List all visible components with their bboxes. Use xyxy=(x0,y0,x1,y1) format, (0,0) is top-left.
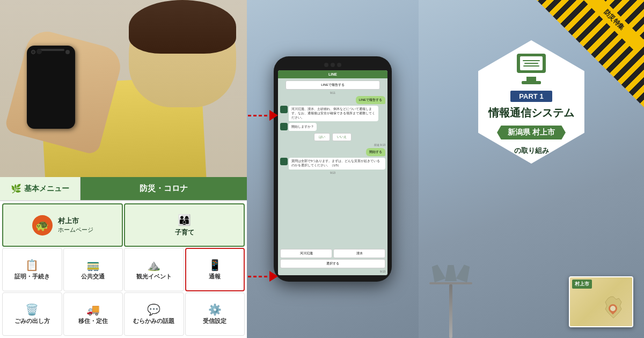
tsuho-icon: 📱 xyxy=(208,259,222,271)
settings-label: 受信設定 xyxy=(203,318,226,325)
menu-item-homepage[interactable]: 🐢 村上市 ホームページ xyxy=(2,203,123,247)
kotsu-label: 公共交通 xyxy=(81,273,105,280)
monitor-stand-neck xyxy=(526,77,536,81)
chat-with-avatar-1: 河川氾濫、浸水、土砂崩れ、倒木などについて通報します。なお、通報後は安全が確保で… xyxy=(280,106,385,121)
japan-map-outline xyxy=(597,294,630,321)
homepage-sublabel: ホームページ xyxy=(58,226,93,234)
city-badge-text: 新潟県 村上市 xyxy=(508,128,555,136)
bottom-arrow xyxy=(248,271,278,282)
shomei-label: 証明・手続き xyxy=(14,273,50,280)
chat-time-1: 9:11 xyxy=(280,91,385,94)
kanko-label: 観光イベント xyxy=(136,273,172,280)
speaker-cone-2 xyxy=(445,265,457,281)
tab-bousai-label: 防災・コロナ xyxy=(140,183,188,194)
tab-basic-label: 基本メニュー xyxy=(24,184,69,194)
camera-dot-1 xyxy=(324,63,328,67)
tab-basic[interactable]: 🌿 基本メニュー xyxy=(0,177,80,200)
report-button-text: LINEで報告する xyxy=(321,83,344,86)
menu-item-kanko[interactable]: ⛰️ 観光イベント xyxy=(124,248,184,291)
speaker-pole xyxy=(449,284,452,338)
menu-tabs: 🌿 基本メニュー 防災・コロナ xyxy=(0,177,247,201)
subtitle-text: の取り組み xyxy=(514,146,549,155)
bot-avatar-1 xyxy=(280,106,288,113)
kosodate-label: 子育て xyxy=(175,228,194,237)
leaf-icon: 🌿 xyxy=(11,183,21,194)
gomi-icon: 🗑️ xyxy=(25,303,39,316)
kosodate-icon: 👨‍👩‍👦 xyxy=(178,214,191,226)
main-title-text: 情報通信システム xyxy=(488,107,574,119)
menu-item-tsuho[interactable]: 📱 通報 xyxy=(185,248,245,291)
chat-bubble-right-2: 開始する xyxy=(366,148,385,156)
chat-time-4: 9:13 xyxy=(280,270,385,273)
ijyu-icon: 🚚 xyxy=(86,303,100,316)
chat-time-2: 前送 9:13 xyxy=(280,143,385,146)
menu-item-ijyu[interactable]: 🚚 移住・定住 xyxy=(63,292,123,336)
main-title: 情報通信システム xyxy=(488,106,574,119)
menu-grid: 🐢 村上市 ホームページ 👨‍👩‍👦 子育て 📋 証明・手続き 🚃 公共交通 ⛰… xyxy=(0,201,247,338)
map-label: 村上市 xyxy=(572,280,592,289)
homepage-label: 村上市 xyxy=(58,216,93,226)
line-header: LINE xyxy=(278,70,387,78)
smartphone-mockup: LINE LINEで報告する 9:11 LINEで報告する 河川氾濫、浸水、土砂… xyxy=(274,56,392,282)
corner-stripe xyxy=(537,0,644,107)
map-body: 村上市 xyxy=(570,277,632,326)
phone-camera-area xyxy=(278,63,387,67)
chat-time-3: 9:13 xyxy=(280,171,385,174)
phone-screen: LINE LINEで報告する 9:11 LINEで報告する 河川氾濫、浸水、土砂… xyxy=(278,70,387,275)
shomei-icon: 📋 xyxy=(25,259,39,271)
phone-photo-background xyxy=(0,0,247,177)
chat-area: LINEで報告する 9:11 LINEで報告する 河川氾濫、浸水、土砂崩れ、倒木… xyxy=(278,78,387,275)
map-label-text: 村上市 xyxy=(575,281,589,286)
select-kawakouzui[interactable]: 河川氾濫 xyxy=(280,249,332,258)
select-action[interactable]: 選択する xyxy=(280,259,385,268)
chat-options-1: はい いいえ xyxy=(280,133,385,141)
chat-selection-area: 河川氾濫 浸水 選択する xyxy=(280,249,385,268)
map-thumbnail: 村上市 xyxy=(569,276,633,327)
chat-bubble-left-2: 開始しますか？ xyxy=(289,123,317,131)
chat-bubble-right-1: LINEで報告する xyxy=(356,96,385,104)
subtitle: の取り組み xyxy=(514,146,549,156)
camera-dot-2 xyxy=(331,63,335,67)
top-arrow xyxy=(248,110,278,121)
select-shinsui[interactable]: 浸水 xyxy=(333,249,385,258)
menu-item-gomi[interactable]: 🗑️ ごみの出し方 xyxy=(2,292,62,336)
tsuho-label: 通報 xyxy=(209,273,221,280)
speaker-cone-3 xyxy=(456,263,473,283)
kanko-icon: ⛰️ xyxy=(147,259,160,271)
camera-dot-3 xyxy=(337,63,341,67)
speaker-cones xyxy=(431,265,470,281)
left-section: 🌿 基本メニュー 防災・コロナ 🐢 村上市 ホームページ 👨‍👩‍👦 子育て 📋… xyxy=(0,0,247,338)
wadai-label: むらかみの話題 xyxy=(133,318,174,325)
tab-bousai[interactable]: 防災・コロナ xyxy=(80,177,247,200)
option-yes[interactable]: はい xyxy=(314,133,330,141)
ijyu-label: 移住・定住 xyxy=(78,318,108,325)
menu-item-settings[interactable]: ⚙️ 受信設定 xyxy=(185,292,245,336)
kotsu-icon: 🚃 xyxy=(86,259,100,271)
speaker-cone-1 xyxy=(429,263,446,283)
speaker-tower xyxy=(429,265,472,338)
option-no[interactable]: いいえ xyxy=(332,133,352,141)
report-button-chat[interactable]: LINEで報告する xyxy=(286,80,380,90)
chat-bubble-left-3: 質問は全部で5つあります。まずは、どんな災害が起きているのかを選択してください。… xyxy=(289,158,385,170)
bot-avatar-3 xyxy=(280,158,288,165)
city-badge: 新潟県 村上市 xyxy=(497,126,566,139)
right-section: 防災特集 xyxy=(419,0,644,338)
menu-item-kosodate[interactable]: 👨‍👩‍👦 子育て xyxy=(124,203,245,247)
chat-with-avatar-3: 質問は全部で5つあります。まずは、どんな災害が起きているのかを選択してください。… xyxy=(280,158,385,170)
chat-with-avatar-2: 開始しますか？ xyxy=(280,123,385,131)
corner-badge-wrap: 防災特集 xyxy=(537,0,644,107)
settings-icon: ⚙️ xyxy=(208,303,222,316)
murakami-logo-icon: 🐢 xyxy=(32,215,53,236)
bot-avatar-2 xyxy=(280,123,288,130)
menu-item-kotsu[interactable]: 🚃 公共交通 xyxy=(63,248,123,291)
middle-section: LINE LINEで報告する 9:11 LINEで報告する 河川氾濫、浸水、土砂… xyxy=(247,0,419,338)
wadai-icon: 💬 xyxy=(147,303,160,316)
chat-bubble-left-1: 河川氾濫、浸水、土砂崩れ、倒木などについて通報します。なお、通報後は安全が確保で… xyxy=(289,106,378,121)
menu-item-shomei[interactable]: 📋 証明・手続き xyxy=(2,248,62,291)
gomi-label: ごみの出し方 xyxy=(14,318,50,325)
menu-item-murakami-wadai[interactable]: 💬 むらかみの話題 xyxy=(124,292,184,336)
